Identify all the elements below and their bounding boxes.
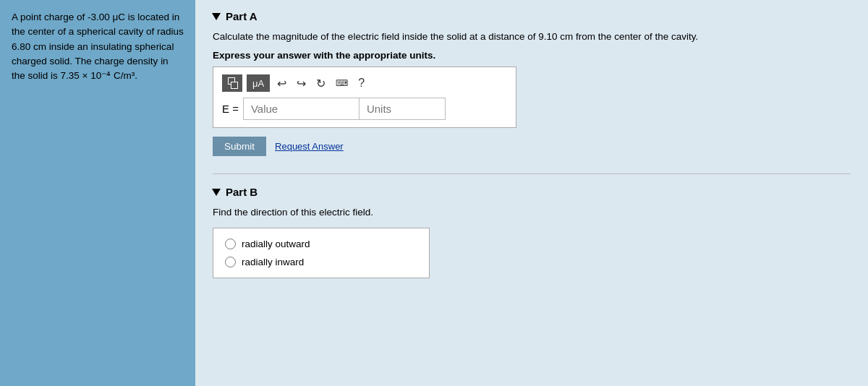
redo-button[interactable]: ↪ (294, 75, 309, 92)
radio-radially-outward[interactable] (225, 239, 236, 249)
toolbar: μA ↩ ↪ ↻ ⌨ ? (222, 74, 507, 92)
option-inward-label: radially inward (242, 257, 304, 267)
refresh-button[interactable]: ↻ (313, 75, 328, 92)
express-units-label: Express your answer with the appropriate… (213, 50, 851, 61)
submit-button[interactable]: Submit (213, 137, 266, 156)
problem-statement: A point charge of -3.00 μC is located in… (0, 0, 195, 386)
direction-options-box: radially outward radially inward (213, 228, 430, 278)
equation-label: E = (222, 103, 239, 115)
problem-text: A point charge of -3.00 μC is located in… (12, 10, 184, 83)
value-units-row: E = (222, 98, 507, 120)
part-a-description: Calculate the magnitude of the electric … (213, 30, 851, 44)
keyboard-button[interactable]: ⌨ (333, 77, 351, 90)
answer-input-box: μA ↩ ↪ ↻ ⌨ ? E = (213, 67, 516, 128)
part-b-collapse-icon[interactable] (212, 189, 221, 196)
part-b-section: Part B Find the direction of this electr… (213, 186, 851, 278)
option-radially-outward[interactable]: radially outward (225, 239, 417, 249)
request-answer-button[interactable]: Request Answer (275, 141, 344, 152)
undo-button[interactable]: ↩ (274, 75, 289, 92)
part-a-label: Part A (226, 10, 258, 22)
right-panel: Part A Calculate the magnitude of the el… (195, 0, 868, 386)
part-a-header: Part A (213, 10, 851, 22)
option-radially-inward[interactable]: radially inward (225, 257, 417, 267)
action-row: Submit Request Answer (213, 137, 851, 156)
radio-radially-inward[interactable] (225, 257, 236, 267)
units-input[interactable] (359, 98, 446, 120)
part-b-description: Find the direction of this electric fiel… (213, 205, 851, 220)
format-button[interactable] (222, 74, 242, 92)
option-outward-label: radially outward (242, 239, 310, 249)
value-input[interactable] (243, 98, 359, 120)
help-button[interactable]: ? (355, 75, 367, 91)
collapse-icon[interactable] (212, 13, 221, 20)
mu-button[interactable]: μA (247, 74, 270, 92)
part-b-label: Part B (226, 186, 258, 198)
part-b-header: Part B (213, 186, 851, 198)
divider (213, 173, 851, 174)
